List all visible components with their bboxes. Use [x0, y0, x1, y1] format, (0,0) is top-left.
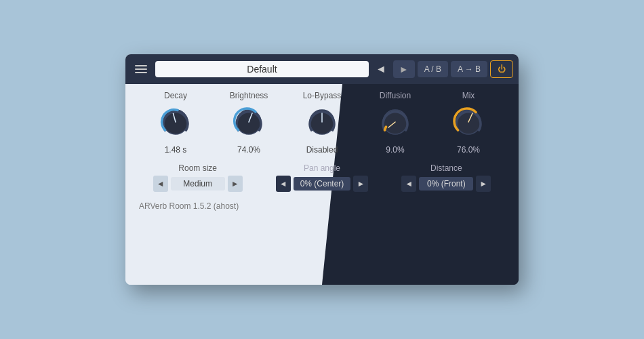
distance-value: 0% (Front): [419, 177, 473, 191]
decay-label: Decay: [164, 91, 187, 100]
selector-group-panangle: Pan angle ◄ 0% (Center) ►: [263, 163, 380, 192]
lobypass-value: Disabled: [306, 145, 338, 155]
panangle-value: 0% (Center): [294, 177, 351, 191]
preset-name-input[interactable]: [155, 61, 369, 77]
power-button[interactable]: ⏻: [490, 60, 513, 78]
roomsize-control: ◄ Medium ►: [153, 176, 243, 192]
brightness-label: Brightness: [230, 91, 268, 100]
brightness-value: 74.0%: [237, 145, 260, 155]
header-bar: ◄ ► A / B A → B ⏻: [125, 54, 519, 84]
knob-group-mix: Mix 76.0%: [432, 91, 505, 155]
plugin-window: ◄ ► A / B A → B ⏻ Decay: [125, 54, 519, 285]
roomsize-next-button[interactable]: ►: [228, 176, 243, 192]
knob-group-decay: Decay 1.48 s: [139, 91, 212, 155]
mix-value: 76.0%: [457, 145, 480, 155]
roomsize-prev-button[interactable]: ◄: [153, 176, 168, 192]
mix-knob[interactable]: [451, 104, 486, 142]
knob-group-diffusion: Diffusion 9.0%: [359, 91, 432, 155]
brightness-knob[interactable]: [231, 104, 266, 142]
menu-button[interactable]: [131, 62, 151, 76]
play-button[interactable]: ►: [393, 60, 415, 78]
decay-value: 1.48 s: [165, 145, 187, 155]
knob-group-lobypass: Lo-Bypass Disabled: [285, 91, 359, 155]
ab-copy-button[interactable]: A → B: [451, 61, 487, 77]
header-right-controls: ► A / B A → B ⏻: [393, 60, 513, 78]
knobs-row: Decay 1.48 s Brightness: [125, 84, 519, 158]
main-content: Decay 1.48 s Brightness: [125, 84, 519, 285]
knob-group-brightness: Brightness 74.0%: [212, 91, 285, 155]
panangle-next-button[interactable]: ►: [353, 176, 368, 192]
selectors-row: Room size ◄ Medium ► Pan angle ◄ 0% (Cen…: [125, 158, 519, 197]
lobypass-knob[interactable]: [304, 104, 340, 142]
roomsize-label: Room size: [178, 163, 217, 173]
decay-knob[interactable]: [158, 104, 193, 142]
panangle-label: Pan angle: [304, 163, 340, 173]
footer: ARVerb Room 1.5.2 (ahost): [125, 197, 519, 215]
lobypass-label: Lo-Bypass: [303, 91, 342, 100]
distance-label: Distance: [430, 163, 462, 173]
distance-prev-button[interactable]: ◄: [401, 176, 416, 192]
panangle-control: ◄ 0% (Center) ►: [276, 176, 369, 192]
diffusion-label: Diffusion: [380, 91, 411, 100]
selector-group-roomsize: Room size ◄ Medium ►: [139, 163, 256, 192]
panangle-prev-button[interactable]: ◄: [276, 176, 291, 192]
preset-prev-button[interactable]: ◄: [373, 60, 389, 78]
selector-group-distance: Distance ◄ 0% (Front) ►: [388, 163, 505, 192]
diffusion-knob[interactable]: [378, 104, 413, 142]
distance-control: ◄ 0% (Front) ►: [401, 176, 491, 192]
mix-label: Mix: [462, 91, 475, 100]
ab-button[interactable]: A / B: [418, 61, 448, 77]
version-text: ARVerb Room 1.5.2 (ahost): [139, 201, 239, 211]
roomsize-value: Medium: [171, 177, 225, 191]
distance-next-button[interactable]: ►: [476, 176, 491, 192]
diffusion-value: 9.0%: [386, 145, 404, 155]
